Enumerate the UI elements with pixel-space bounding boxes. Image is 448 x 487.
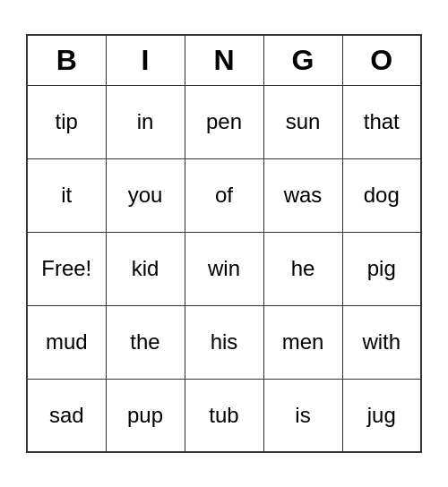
- cell-r1-c4: dog: [342, 158, 421, 232]
- bingo-card: B I N G O tipinpensunthatityouofwasdogFr…: [26, 34, 422, 453]
- cell-r1-c3: was: [263, 158, 342, 232]
- cell-r3-c3: men: [263, 305, 342, 379]
- cell-r3-c1: the: [106, 305, 185, 379]
- cell-r0-c2: pen: [185, 85, 263, 158]
- cell-r1-c2: of: [185, 158, 263, 232]
- cell-r0-c1: in: [106, 85, 185, 158]
- cell-r4-c0: sad: [27, 379, 106, 452]
- cell-r4-c3: is: [263, 379, 342, 452]
- cell-r4-c4: jug: [342, 379, 421, 452]
- table-row: mudthehismenwith: [27, 305, 421, 379]
- cell-r0-c4: that: [342, 85, 421, 158]
- cell-r1-c0: it: [27, 158, 106, 232]
- cell-r2-c3: he: [263, 232, 342, 305]
- cell-r1-c1: you: [106, 158, 185, 232]
- cell-r3-c4: with: [342, 305, 421, 379]
- header-i: I: [106, 35, 185, 85]
- cell-r2-c4: pig: [342, 232, 421, 305]
- cell-r4-c2: tub: [185, 379, 263, 452]
- header-row: B I N G O: [27, 35, 421, 85]
- header-n: N: [185, 35, 263, 85]
- cell-r2-c2: win: [185, 232, 263, 305]
- header-g: G: [263, 35, 342, 85]
- cell-r2-c1: kid: [106, 232, 185, 305]
- cell-r0-c3: sun: [263, 85, 342, 158]
- header-b: B: [27, 35, 106, 85]
- table-row: sadpuptubisjug: [27, 379, 421, 452]
- cell-r3-c2: his: [185, 305, 263, 379]
- cell-r0-c0: tip: [27, 85, 106, 158]
- header-o: O: [342, 35, 421, 85]
- bingo-table: B I N G O tipinpensunthatityouofwasdogFr…: [26, 34, 422, 453]
- table-row: ityouofwasdog: [27, 158, 421, 232]
- cell-r3-c0: mud: [27, 305, 106, 379]
- cell-r2-c0: Free!: [27, 232, 106, 305]
- cell-r4-c1: pup: [106, 379, 185, 452]
- table-row: tipinpensunthat: [27, 85, 421, 158]
- table-row: Free!kidwinhepig: [27, 232, 421, 305]
